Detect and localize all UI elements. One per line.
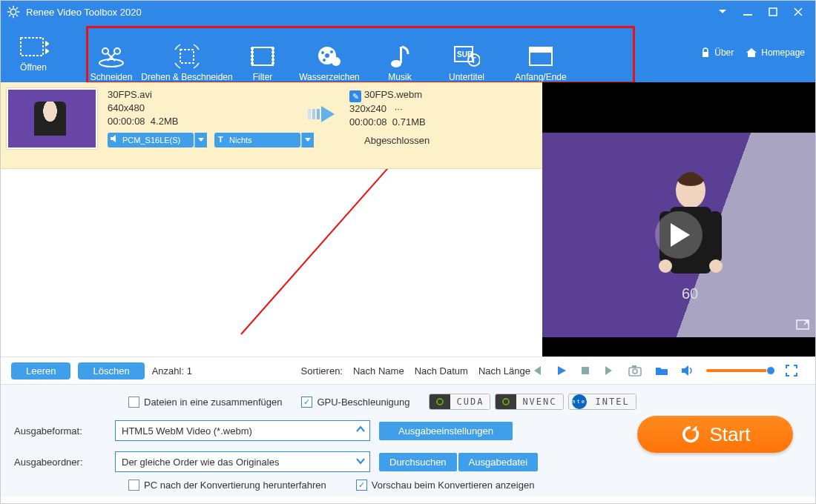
about-link[interactable]: Über xyxy=(700,47,734,58)
svg-point-0 xyxy=(10,9,16,15)
play-overlay-button[interactable] xyxy=(655,211,703,259)
main-area: 30FPS.avi 640x480 00:00:08 4.2MB PCM_S16… xyxy=(1,82,815,357)
minimize-button[interactable] xyxy=(737,4,759,19)
file-row[interactable]: 30FPS.avi 640x480 00:00:08 4.2MB PCM_S16… xyxy=(1,82,542,169)
watermark-icon xyxy=(317,42,342,70)
fullscreen-button[interactable] xyxy=(786,365,797,377)
homepage-link[interactable]: Homepage xyxy=(746,47,805,58)
output-settings-button[interactable]: Ausgabeeinstellungen xyxy=(379,422,513,440)
svg-line-5 xyxy=(9,7,10,9)
merge-checkbox[interactable]: Dateien in eine zusammenfügen xyxy=(128,397,282,408)
output-file-button[interactable]: Ausgabedatei xyxy=(458,453,539,471)
svg-rect-53 xyxy=(632,365,636,368)
refresh-icon xyxy=(680,424,701,445)
clear-button[interactable]: Leeren xyxy=(11,362,70,379)
filter-button[interactable]: Filter xyxy=(237,42,289,82)
volume-slider[interactable] xyxy=(706,369,773,372)
popout-icon[interactable] xyxy=(796,319,809,330)
filmstrip-icon xyxy=(18,33,49,61)
crop-icon xyxy=(174,42,200,70)
browse-button[interactable]: Durchsuchen xyxy=(379,453,457,471)
dst-more-button[interactable]: ··· xyxy=(395,103,403,114)
src-resolution: 640x480 xyxy=(108,102,300,115)
edit-icon[interactable]: ✎ xyxy=(349,90,361,102)
svg-point-16 xyxy=(114,48,120,54)
svg-rect-37 xyxy=(703,52,708,57)
open-button[interactable]: Öffnen xyxy=(11,33,56,73)
svg-rect-40 xyxy=(312,109,315,119)
start-end-button[interactable]: Anfang/Ende xyxy=(504,42,578,82)
text-icon: T xyxy=(218,133,223,145)
snapshot-button[interactable] xyxy=(628,365,642,377)
watermark-button[interactable]: Wasserzeichen xyxy=(289,42,370,82)
svg-rect-13 xyxy=(21,38,43,56)
source-info: 30FPS.avi 640x480 00:00:08 4.2MB PCM_S16… xyxy=(108,88,300,147)
conversion-arrow-icon xyxy=(306,103,343,125)
window-menu-button[interactable] xyxy=(711,4,734,19)
svg-point-47 xyxy=(709,259,723,273)
volume-button[interactable] xyxy=(681,365,693,377)
scissors-icon xyxy=(98,42,125,70)
svg-point-25 xyxy=(321,51,324,54)
svg-line-7 xyxy=(16,7,18,9)
audio-codec-select[interactable]: PCM_S16LE(S) xyxy=(108,133,194,147)
svg-point-24 xyxy=(325,53,329,58)
destination-info: ✎30FPS.webm 320x240 ··· 00:00:08 0.71MB … xyxy=(349,88,498,146)
filter-icon xyxy=(250,42,275,70)
music-button[interactable]: Musik xyxy=(370,42,430,82)
sort-by-name[interactable]: Nach Name xyxy=(353,365,404,377)
dropdown-icon[interactable] xyxy=(301,133,314,147)
chevron-down-icon xyxy=(356,457,365,465)
shutdown-checkbox[interactable]: PC nach der Konvertierung herunterfahren xyxy=(128,480,326,491)
svg-rect-30 xyxy=(400,47,402,63)
src-duration-size: 00:00:08 4.2MB xyxy=(108,115,300,128)
cuda-badge: CUDA xyxy=(429,394,490,410)
svg-point-29 xyxy=(391,60,401,67)
window-icon xyxy=(528,42,553,70)
maximize-button[interactable] xyxy=(762,4,784,19)
sort-by-date[interactable]: Nach Datum xyxy=(415,365,468,377)
output-folder-select[interactable]: Der gleiche Order wie das Originales xyxy=(115,451,370,472)
app-title: Renee Video Toolbox 2020 xyxy=(26,7,142,18)
file-list: 30FPS.avi 640x480 00:00:08 4.2MB PCM_S16… xyxy=(1,82,542,357)
dst-filename: ✎30FPS.webm xyxy=(349,88,498,102)
dst-resolution: 320x240 ··· xyxy=(349,102,498,116)
subtitle-select[interactable]: T Nichts xyxy=(214,133,300,147)
preview-video: 60 xyxy=(542,82,815,357)
next-button[interactable] xyxy=(604,365,616,377)
svg-point-52 xyxy=(633,369,637,374)
svg-point-15 xyxy=(102,48,108,54)
svg-rect-45 xyxy=(708,211,722,263)
prev-button[interactable] xyxy=(530,365,542,377)
delete-button[interactable]: Löschen xyxy=(78,362,144,379)
output-format-label: Ausgabeformat: xyxy=(14,425,106,437)
svg-point-55 xyxy=(503,399,509,405)
svg-rect-39 xyxy=(308,109,311,119)
svg-rect-9 xyxy=(743,14,752,16)
open-folder-button[interactable] xyxy=(655,365,668,376)
cut-button[interactable]: Schneiden xyxy=(85,42,137,82)
dropdown-icon[interactable] xyxy=(194,133,207,147)
start-button[interactable]: Start xyxy=(637,416,793,453)
preview-on-convert-checkbox[interactable]: Vorschau beim Konvertieren anzeigen xyxy=(356,480,535,491)
dst-duration-size: 00:00:08 0.71MB xyxy=(349,116,498,129)
output-folder-label: Ausgabeordner: xyxy=(14,457,106,468)
play-button[interactable] xyxy=(556,365,567,377)
file-thumbnail xyxy=(7,88,97,149)
svg-point-46 xyxy=(659,259,672,273)
mid-toolbar: Leeren Löschen Anzahl: 1 Sortieren: Nach… xyxy=(1,357,815,384)
svg-text:T: T xyxy=(471,56,476,64)
gpu-checkbox[interactable]: GPU-Beschleunigung xyxy=(301,397,409,408)
sort-label: Sortieren: xyxy=(301,365,343,377)
svg-rect-50 xyxy=(582,367,589,374)
close-button[interactable] xyxy=(787,4,809,19)
output-format-select[interactable]: HTML5 WebM Video (*.webm) xyxy=(115,420,370,441)
svg-point-26 xyxy=(330,50,333,53)
stop-button[interactable] xyxy=(580,365,590,376)
svg-line-8 xyxy=(9,15,10,16)
svg-point-14 xyxy=(99,59,123,67)
rotate-crop-button[interactable]: Drehen & Beschneiden xyxy=(137,42,237,82)
preview-pane: 60 xyxy=(542,82,815,357)
subtitle-button[interactable]: SUBT Untertitel xyxy=(430,42,504,82)
output-panel: Dateien in eine zusammenfügen GPU-Beschl… xyxy=(1,384,815,497)
